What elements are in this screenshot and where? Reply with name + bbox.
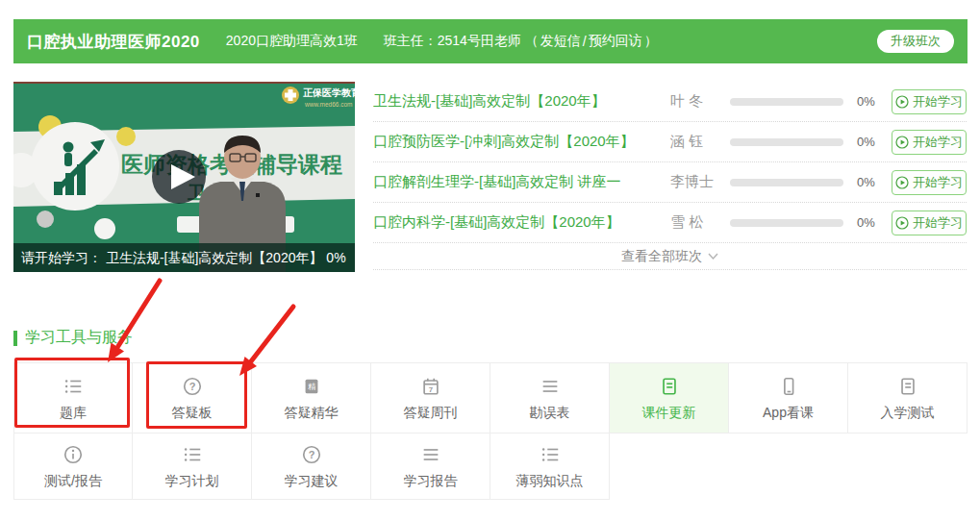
start-learning-label: 开始学习 (913, 214, 963, 232)
poster-art: 医师资格考试辅导课程 卫 正 (13, 82, 355, 272)
progress-bar (730, 138, 843, 146)
start-learning-button[interactable]: 开始学习 (892, 89, 967, 114)
tool-cell-学习报告[interactable]: 学习报告 (371, 433, 490, 500)
list-icon (182, 443, 203, 466)
class-host-info: 班主任：2514号田老师 （ 发短信 / 预约回访 ） (384, 33, 658, 50)
tool-cell-测试/报告[interactable]: 测试/报告 (13, 433, 133, 500)
chevron-down-icon (708, 253, 718, 260)
start-learning-button[interactable]: 开始学习 (892, 170, 967, 195)
course-teacher: 雪 松 (670, 213, 730, 232)
course-teacher: 叶 冬 (670, 92, 730, 111)
course-teacher: 涵 钰 (670, 133, 730, 151)
info-circle-icon (63, 443, 84, 466)
start-learning-label: 开始学习 (913, 174, 963, 191)
host-suffix: ） (644, 33, 658, 50)
tool-label: 答疑精华 (285, 405, 339, 422)
course-title-link[interactable]: 口腔预防医学-[冲刺]高效定制【2020年】 (373, 133, 670, 151)
start-learning-label: 开始学习 (913, 93, 963, 111)
start-learning-button[interactable]: 开始学习 (892, 210, 967, 235)
course-title-link[interactable]: 卫生法规-[基础]高效定制【2020年】 (373, 92, 670, 111)
progress-bar (730, 179, 843, 186)
reserve-callback-link[interactable]: 预约回访 (589, 33, 642, 50)
svg-text:7: 7 (428, 384, 432, 393)
course-row: 口腔解剖生理学-[基础]高效定制 讲座一 李博士 0% 开始学习 (373, 162, 967, 203)
tool-label: 题库 (60, 405, 87, 422)
tool-cell-App看课[interactable]: App看课 (729, 362, 848, 433)
course-list-rows: 卫生法规-[基础]高效定制【2020年】 叶 冬 0% 开始学习 口腔预防医学-… (373, 82, 967, 243)
book-icon: 精 (301, 375, 322, 398)
video-caption: 请开始学习： 卫生法规-[基础]高效定制【2020年】 0% (21, 250, 346, 265)
course-video-poster[interactable]: 医师资格考试辅导课程 卫 正 (13, 82, 355, 272)
course-row: 口腔预防医学-[冲刺]高效定制【2020年】 涵 钰 0% 开始学习 (373, 122, 967, 162)
progress-percent: 0% (857, 135, 892, 149)
tool-label: 答疑周刊 (404, 405, 458, 422)
class-header: 口腔执业助理医师2020 2020口腔助理高效1班 班主任：2514号田老师 （… (13, 19, 967, 63)
class-subtitle: 2020口腔助理高效1班 (226, 33, 358, 50)
progress-percent: 0% (857, 215, 892, 230)
tool-cell-题库[interactable]: 题库 (13, 362, 133, 433)
play-circle-icon (895, 216, 909, 230)
tool-label: 学习报告 (404, 473, 458, 490)
brand-logo-icon (282, 87, 299, 104)
start-learning-label: 开始学习 (913, 134, 963, 151)
tool-label: 薄弱知识点 (516, 473, 584, 490)
course-row: 口腔内科学-[基础]高效定制【2020年】 雪 松 0% 开始学习 (373, 203, 967, 243)
progress-bar (730, 98, 843, 106)
section-accent-bar (13, 331, 17, 346)
tool-cell-学习计划[interactable]: 学习计划 (133, 433, 252, 500)
annotation-arrow-1 (108, 281, 160, 362)
course-teacher: 李博士 (670, 173, 730, 191)
brand-url: www.med66.com (304, 101, 353, 108)
host-prefix: 班主任：2514号田老师 （ (384, 33, 539, 50)
tool-label: 学习计划 (165, 473, 219, 490)
upgrade-class-button[interactable]: 升级班次 (877, 30, 954, 53)
question-circle-icon: ? (182, 375, 203, 398)
tool-cell-答疑精华[interactable]: 精 答疑精华 (252, 362, 371, 433)
tool-label: 入学测试 (881, 405, 935, 422)
page: 口腔执业助理医师2020 2020口腔助理高效1班 班主任：2514号田老师 （… (0, 0, 980, 520)
lines-icon (420, 443, 441, 466)
progress-bar (730, 219, 843, 227)
svg-text:精: 精 (307, 383, 315, 391)
play-circle-icon (895, 176, 909, 189)
class-title: 口腔执业助理医师2020 (27, 31, 200, 53)
play-button (152, 150, 206, 204)
lines-icon (540, 375, 561, 398)
host-separator: / (583, 34, 587, 49)
svg-text:?: ? (308, 449, 314, 460)
tool-cell-课件更新[interactable]: 课件更新 (610, 362, 729, 433)
tool-label: 答疑板 (172, 405, 213, 422)
list-icon (63, 375, 84, 398)
phone-icon (778, 375, 799, 398)
view-all-label: 查看全部班次 (621, 248, 702, 265)
tool-cell-答疑周刊[interactable]: 7 答疑周刊 (371, 362, 490, 433)
play-circle-icon (895, 136, 909, 149)
tools-section-header: 学习工具与服务 (13, 328, 133, 348)
tool-cell-答疑板[interactable]: ? 答疑板 (133, 362, 252, 433)
progress-percent: 0% (857, 94, 892, 109)
brand-name: 正保医学教育网 (303, 87, 355, 98)
course-title-link[interactable]: 口腔解剖生理学-[基础]高效定制 讲座一 (373, 173, 670, 191)
document-icon (659, 375, 680, 398)
tool-label: 学习建议 (285, 473, 339, 490)
tool-cell-勘误表[interactable]: 勘误表 (490, 362, 610, 433)
course-row: 卫生法规-[基础]高效定制【2020年】 叶 冬 0% 开始学习 (373, 82, 967, 122)
course-title-link[interactable]: 口腔内科学-[基础]高效定制【2020年】 (373, 213, 670, 232)
list-icon (540, 443, 561, 466)
tools-grid: 题库 ? 答疑板 精 答疑精华 7 答疑周刊 勘误表 课件更新 App看课 入学… (13, 362, 968, 500)
start-learning-button[interactable]: 开始学习 (892, 130, 967, 155)
tool-cell-薄弱知识点[interactable]: 薄弱知识点 (490, 433, 610, 500)
section-title-label: 学习工具与服务 (25, 328, 133, 348)
tools-row-2: 测试/报告 学习计划 ? 学习建议 学习报告 薄弱知识点 (13, 433, 968, 500)
course-list: 卫生法规-[基础]高效定制【2020年】 叶 冬 0% 开始学习 口腔预防医学-… (373, 82, 967, 270)
tool-label: 测试/报告 (44, 473, 102, 490)
question-circle-icon: ? (301, 443, 322, 466)
svg-text:?: ? (188, 381, 195, 392)
tool-cell-学习建议[interactable]: ? 学习建议 (252, 433, 371, 500)
play-circle-icon (895, 95, 909, 109)
tool-cell-入学测试[interactable]: 入学测试 (848, 362, 967, 433)
document-icon (897, 375, 918, 398)
send-sms-link[interactable]: 发短信 (540, 33, 581, 50)
tool-label: 勘误表 (530, 405, 570, 422)
view-all-classes[interactable]: 查看全部班次 (373, 243, 967, 270)
